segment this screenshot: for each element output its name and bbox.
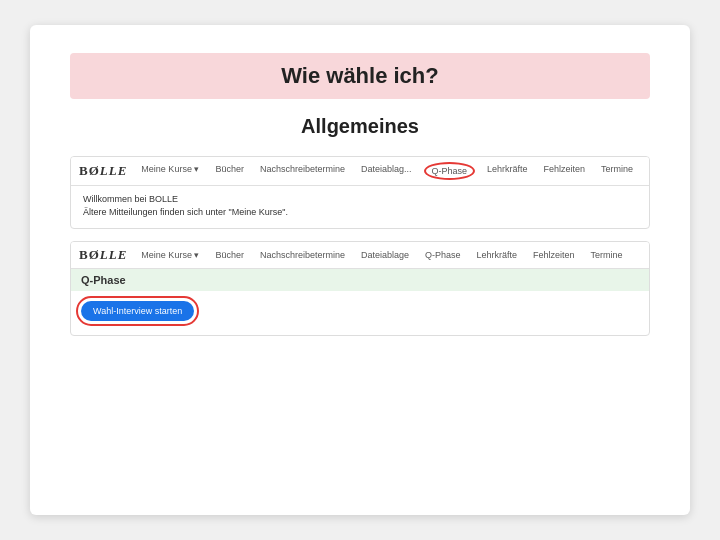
nav-nachschreib-2[interactable]: Nachschreibetermine bbox=[256, 248, 349, 262]
screen-content-1: Willkommen bei BOLLE Ältere Mitteilungen… bbox=[71, 186, 649, 228]
nav-termine-2[interactable]: Termine bbox=[587, 248, 627, 262]
screenshots-container: BØLLE Meine Kurse ▾ Bücher Nachschreibet… bbox=[70, 156, 650, 336]
main-title: Wie wähle ich? bbox=[110, 63, 610, 89]
nav-termine-1[interactable]: Termine bbox=[597, 162, 637, 180]
nav-meine-kurse-1[interactable]: Meine Kurse ▾ bbox=[137, 162, 203, 180]
nav-fehl-1[interactable]: Fehlzeiten bbox=[540, 162, 590, 180]
nav-datei-2[interactable]: Dateiablage bbox=[357, 248, 413, 262]
qphase-header: Q-Phase bbox=[71, 269, 649, 291]
title-box: Wie wähle ich? bbox=[70, 53, 650, 99]
nav-nachschreib-1[interactable]: Nachschreibetermine bbox=[256, 162, 349, 180]
nav-items-2: Meine Kurse ▾ Bücher Nachschreibetermine… bbox=[137, 248, 626, 262]
subtitle: Allgemeines bbox=[301, 115, 419, 138]
nav-fehl-2[interactable]: Fehlzeiten bbox=[529, 248, 579, 262]
nav-lehr-1[interactable]: Lehrkräfte bbox=[483, 162, 532, 180]
panel2-actions: Wahl-Interview starten bbox=[71, 291, 649, 335]
screen-panel-2: BØLLE Meine Kurse ▾ Bücher Nachschreibet… bbox=[70, 241, 650, 336]
nav-qphase-1[interactable]: Q-Phase bbox=[424, 162, 476, 180]
nav-buecher-1[interactable]: Bücher bbox=[211, 162, 248, 180]
nav-lehr-2[interactable]: Lehrkräfte bbox=[473, 248, 522, 262]
logo-2: BØLLE bbox=[79, 247, 127, 263]
slide-container: Wie wähle ich? Allgemeines BØLLE Meine K… bbox=[30, 25, 690, 515]
logo-1: BØLLE bbox=[79, 163, 127, 179]
nav-bar-2: BØLLE Meine Kurse ▾ Bücher Nachschreibet… bbox=[71, 242, 649, 269]
info-text: Ältere Mitteilungen finden sich unter "M… bbox=[83, 207, 637, 217]
wahl-interview-button[interactable]: Wahl-Interview starten bbox=[81, 301, 194, 321]
nav-qphase-2[interactable]: Q-Phase bbox=[421, 248, 465, 262]
nav-meine-kurse-2[interactable]: Meine Kurse ▾ bbox=[137, 248, 203, 262]
screen-panel-1: BØLLE Meine Kurse ▾ Bücher Nachschreibet… bbox=[70, 156, 650, 229]
nav-datei-1[interactable]: Dateiablag... bbox=[357, 162, 416, 180]
nav-bar-1: BØLLE Meine Kurse ▾ Bücher Nachschreibet… bbox=[71, 157, 649, 186]
nav-items-1: Meine Kurse ▾ Bücher Nachschreibetermine… bbox=[137, 162, 637, 180]
welcome-text: Willkommen bei BOLLE bbox=[83, 194, 637, 204]
nav-buecher-2[interactable]: Bücher bbox=[211, 248, 248, 262]
